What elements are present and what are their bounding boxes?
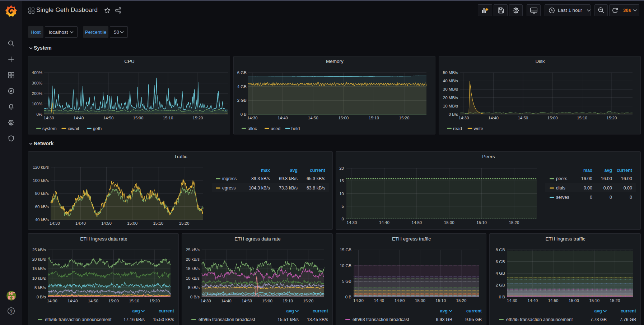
svg-text:15:20: 15:20 (399, 116, 410, 120)
svg-text:14:50: 14:50 (103, 116, 114, 120)
svg-text:avg: avg (594, 308, 602, 313)
svg-text:5: 5 (342, 204, 344, 209)
svg-text:15:10: 15:10 (163, 116, 173, 120)
svg-text:eth/65 transaction broadcast: eth/65 transaction broadcast (199, 317, 255, 322)
svg-text:0.00: 0.00 (584, 186, 592, 191)
svg-text:CPU: CPU (124, 59, 135, 64)
svg-text:40 MB/s: 40 MB/s (443, 79, 458, 83)
svg-text:16.00: 16.00 (581, 176, 592, 181)
svg-text:15:20: 15:20 (610, 298, 620, 303)
svg-text:14:30: 14:30 (353, 298, 364, 303)
svg-text:egress: egress (222, 186, 236, 191)
svg-text:50 MB/s: 50 MB/s (443, 70, 458, 75)
svg-text:avg: avg (604, 168, 612, 173)
svg-text:14:30: 14:30 (459, 116, 469, 120)
svg-text:25 kB/s: 25 kB/s (186, 248, 200, 252)
svg-text:400%: 400% (32, 70, 42, 75)
svg-text:Disk: Disk (535, 59, 545, 64)
svg-text:14:30: 14:30 (50, 221, 60, 225)
svg-text:60 kB/s: 60 kB/s (35, 205, 49, 209)
svg-text:10 GB: 10 GB (340, 264, 351, 268)
svg-text:15:10: 15:10 (283, 299, 293, 303)
svg-text:0 B: 0 B (499, 295, 505, 299)
svg-text:14:30: 14:30 (47, 299, 57, 303)
svg-text:current: current (159, 308, 174, 313)
svg-text:15:20: 15:20 (303, 299, 313, 303)
svg-text:120 kB/s: 120 kB/s (33, 165, 49, 169)
svg-text:104.3 kB/s: 104.3 kB/s (249, 186, 270, 191)
svg-text:15.51 kB/s: 15.51 kB/s (277, 317, 299, 322)
svg-text:held: held (291, 126, 300, 131)
svg-text:14:40: 14:40 (75, 221, 86, 225)
svg-text:14:30: 14:30 (247, 116, 258, 120)
svg-text:10 MB/s: 10 MB/s (443, 104, 458, 108)
svg-text:Traffic: Traffic (174, 154, 187, 159)
svg-text:0.00: 0.00 (624, 186, 632, 191)
svg-text:ETH ingress traffic: ETH ingress traffic (546, 236, 585, 242)
svg-text:14:50: 14:50 (395, 298, 405, 303)
svg-text:300%: 300% (32, 81, 42, 85)
svg-text:current: current (313, 308, 328, 313)
svg-text:25 kB/s: 25 kB/s (32, 248, 46, 252)
svg-text:ingress: ingress (222, 176, 237, 181)
svg-text:16.00: 16.00 (601, 176, 612, 181)
svg-text:current: current (617, 168, 633, 173)
svg-text:8 GB: 8 GB (496, 248, 505, 252)
svg-text:0 B: 0 B (241, 112, 247, 116)
svg-text:max: max (583, 168, 592, 173)
svg-text:15:20: 15:20 (509, 220, 519, 225)
svg-text:ETH egress data rate: ETH egress data rate (234, 236, 280, 242)
svg-text:0 B/s: 0 B/s (190, 295, 200, 299)
svg-text:write: write (473, 126, 483, 131)
svg-text:200%: 200% (32, 91, 42, 96)
svg-text:40 kB/s: 40 kB/s (35, 218, 49, 222)
svg-text:0 B: 0 B (345, 295, 352, 299)
svg-text:15:00: 15:00 (127, 221, 137, 225)
svg-text:6 GB: 6 GB (237, 70, 247, 75)
svg-text:100%: 100% (32, 102, 42, 106)
svg-text:max: max (261, 168, 270, 173)
svg-text:73.3 kB/s: 73.3 kB/s (279, 186, 298, 191)
svg-text:15:00: 15:00 (262, 299, 272, 303)
svg-text:14:30: 14:30 (507, 298, 517, 303)
svg-text:15:10: 15:10 (476, 220, 487, 225)
svg-text:14:40: 14:40 (374, 298, 384, 303)
svg-text:avg: avg (440, 308, 448, 313)
svg-text:14:50: 14:50 (411, 220, 422, 225)
svg-text:15:10: 15:10 (577, 116, 587, 120)
svg-text:30 MB/s: 30 MB/s (443, 87, 458, 91)
svg-text:current: current (621, 308, 636, 313)
svg-text:14:40: 14:40 (277, 116, 288, 120)
svg-text:14:30: 14:30 (201, 299, 211, 303)
svg-text:15 kB/s: 15 kB/s (186, 266, 200, 271)
svg-text:current: current (310, 168, 326, 173)
svg-text:7.73 GB: 7.73 GB (590, 317, 607, 322)
svg-text:0: 0 (610, 195, 612, 200)
svg-text:15:20: 15:20 (193, 116, 203, 120)
svg-text:14:50: 14:50 (88, 299, 98, 303)
svg-text:current: current (466, 308, 482, 313)
svg-text:15: 15 (339, 179, 344, 183)
svg-text:63.8 kB/s: 63.8 kB/s (307, 186, 325, 191)
svg-text:Memory: Memory (326, 59, 344, 64)
svg-text:15:00: 15:00 (547, 116, 558, 120)
svg-text:5 kB/s: 5 kB/s (34, 285, 46, 290)
svg-text:0%: 0% (36, 112, 42, 116)
svg-text:used: used (271, 126, 280, 131)
svg-text:0: 0 (342, 217, 344, 221)
svg-text:2 GB: 2 GB (237, 98, 247, 102)
svg-text:peers: peers (556, 176, 567, 181)
svg-text:iowait: iowait (67, 126, 79, 131)
svg-text:avg: avg (290, 168, 298, 173)
svg-text:7.76 GB: 7.76 GB (620, 317, 636, 322)
svg-text:15:20: 15:20 (607, 116, 617, 120)
svg-text:10: 10 (339, 192, 344, 196)
svg-text:15:00: 15:00 (415, 298, 425, 303)
svg-text:system: system (42, 126, 57, 131)
svg-text:0: 0 (590, 195, 592, 200)
svg-text:geth: geth (93, 126, 102, 131)
svg-text:89.3 kB/s: 89.3 kB/s (251, 176, 270, 181)
svg-text:69.8 kB/s: 69.8 kB/s (279, 176, 298, 181)
svg-text:15:00: 15:00 (108, 299, 119, 303)
svg-text:6 GB: 6 GB (496, 260, 505, 264)
